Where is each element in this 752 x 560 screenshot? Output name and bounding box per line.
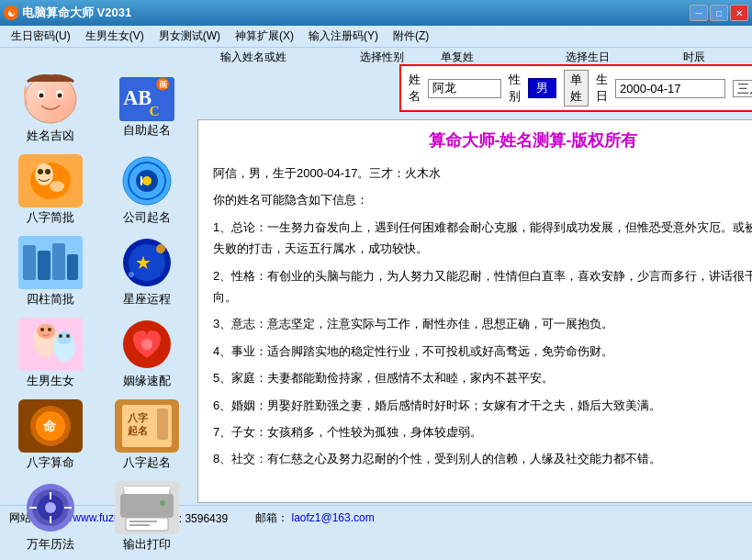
- svg-point-14: [45, 169, 51, 174]
- 8char-name-label: 八字起名: [123, 454, 171, 471]
- window-controls: ─ □ ✕: [690, 5, 748, 21]
- svg-point-33: [37, 324, 55, 339]
- menu-birthday-password[interactable]: 生日密码(U): [4, 27, 78, 46]
- star-luck-label: 星座运程: [123, 291, 171, 308]
- header-labels: 输入姓名或姓 选择性别 单复姓 选择生日 时辰: [0, 48, 752, 64]
- title-bar: ☯ 电脑算命大师 V2031 ─ □ ✕: [0, 0, 752, 26]
- print-icon: [114, 480, 180, 535]
- star-luck-icon: ★: [114, 235, 180, 290]
- menu-appendix[interactable]: 附件(Z): [386, 27, 436, 46]
- name-fortune-icon: [17, 72, 84, 127]
- name-input[interactable]: [428, 79, 501, 98]
- input-name-label: 输入姓名或姓: [220, 50, 286, 65]
- svg-point-37: [57, 331, 72, 344]
- svg-point-34: [40, 328, 44, 331]
- sidebar-item-print[interactable]: 输出打印: [100, 476, 195, 556]
- sidebar-item-name-fortune[interactable]: 姓名吉凶: [4, 68, 98, 148]
- lunar-date-select[interactable]: 三月十三: [733, 80, 752, 97]
- 8char-name-icon: 八字 起名: [114, 398, 180, 454]
- content-scroll[interactable]: 算命大师-姓名测算-版权所有 阿信，男，生于2000-04-17。三才：火木水 …: [198, 120, 752, 502]
- svg-point-41: [141, 339, 152, 350]
- sidebar-item-8char-fortune[interactable]: 命 八字算命: [4, 395, 98, 475]
- svg-point-38: [59, 334, 62, 338]
- content-para-4: 3、意志：意志坚定，注意实际与工作，耐性亦佳，思想正确，可一展抱负。: [213, 313, 752, 334]
- svg-point-30: [129, 272, 134, 277]
- svg-rect-23: [38, 251, 51, 280]
- menu-register[interactable]: 输入注册码(Y): [301, 27, 386, 46]
- email-value[interactable]: laofz1@163.com: [291, 511, 374, 524]
- svg-point-0: [25, 75, 76, 123]
- svg-rect-22: [23, 245, 36, 280]
- 4pillar-batch-icon: [17, 235, 84, 290]
- window-title: 电脑算命大师 V2031: [22, 5, 131, 21]
- gender-field-label: 性别: [509, 72, 521, 105]
- svg-text:C: C: [149, 103, 159, 118]
- svg-point-13: [38, 169, 43, 174]
- svg-rect-24: [52, 243, 65, 280]
- birthday-field-label: 生日: [596, 72, 608, 105]
- svg-rect-65: [129, 524, 150, 526]
- svg-point-3: [39, 94, 44, 98]
- svg-point-35: [48, 328, 51, 331]
- svg-text:★: ★: [135, 252, 152, 273]
- fate-match-label: 姻缘速配: [123, 373, 171, 389]
- single-double-button[interactable]: 单姓: [564, 70, 589, 106]
- menu-divine-expand[interactable]: 神算扩展(X): [228, 27, 301, 46]
- print-label: 输出打印: [123, 536, 171, 553]
- menu-male-female[interactable]: 生男生女(V): [78, 27, 152, 46]
- 4pillar-batch-label: 四柱简批: [27, 291, 74, 308]
- single-double-label: 单复姓: [441, 50, 474, 65]
- content-para-6: 5、家庭：夫妻都能勤俭持家，但感情不太和睦，家内不甚平安。: [213, 367, 752, 388]
- sidebar: 姓名吉凶 AB C 画 自助起名: [0, 64, 197, 505]
- sidebar-item-auto-name[interactable]: AB C 画 自助起名: [100, 68, 195, 148]
- content-area: 算命大师-姓名测算-版权所有 阿信，男，生于2000-04-17。三才：火木水 …: [197, 119, 752, 503]
- email-section: 邮箱： laofz1@163.com: [255, 510, 375, 526]
- sidebar-item-company-name[interactable]: K 公司起名: [100, 150, 195, 230]
- svg-rect-56: [50, 516, 51, 523]
- maximize-button[interactable]: □: [710, 5, 728, 21]
- content-title: 算命大师-姓名测算-版权所有: [213, 129, 752, 151]
- svg-text:八字: 八字: [127, 412, 148, 423]
- svg-rect-57: [29, 507, 37, 509]
- name-fortune-label: 姓名吉凶: [27, 128, 74, 144]
- content-para-8: 7、子女：女孩稍多，个性较为孤独，身体较虚弱。: [213, 421, 752, 442]
- calendar-icon: [17, 480, 84, 535]
- sidebar-item-star-luck[interactable]: ★ 星座运程: [100, 231, 195, 311]
- content-para-0: 阿信，男，生于2000-04-17。三才：火木水: [213, 162, 752, 184]
- 8char-batch-icon: [17, 153, 84, 208]
- content-para-9: 8、社交：有仁慈之心及努力忍耐的个性，受到别人的信赖，人缘及社交能力都不错。: [213, 448, 752, 469]
- name-input-area: 姓名 性别 男 单姓 生日 三月十三 ▲ ▼: [399, 64, 752, 112]
- sidebar-item-8char-batch[interactable]: 八字简批: [4, 150, 98, 230]
- menu-bar: 生日密码(U) 生男生女(V) 男女测试(W) 神算扩展(X) 输入注册码(Y)…: [0, 26, 752, 48]
- svg-rect-50: [157, 409, 168, 440]
- svg-point-15: [50, 181, 64, 192]
- sidebar-item-fate-match[interactable]: 姻缘速配: [100, 313, 195, 393]
- svg-text:AB: AB: [123, 86, 152, 109]
- name-field-label: 姓名: [409, 72, 421, 105]
- sidebar-item-8char-name[interactable]: 八字 起名 八字起名: [100, 395, 195, 475]
- gender-button[interactable]: 男: [528, 78, 556, 98]
- close-button[interactable]: ✕: [730, 5, 748, 21]
- minimize-button[interactable]: ─: [690, 5, 708, 21]
- svg-point-12: [35, 163, 53, 185]
- auto-name-label: 自助起名: [123, 122, 171, 139]
- 8char-fortune-icon: 命: [17, 398, 84, 454]
- auto-name-icon: AB C 画: [119, 77, 174, 121]
- content-para-3: 2、性格：有创业的头脑与能力，为人努力又能忍耐，性情但白直率，喜欢安静，少言而多…: [213, 265, 752, 308]
- date-input[interactable]: [615, 79, 725, 98]
- svg-rect-58: [64, 507, 72, 509]
- svg-text:命: 命: [43, 419, 57, 433]
- fate-match-icon: [114, 317, 180, 372]
- menu-male-female-test[interactable]: 男女测试(W): [152, 27, 228, 46]
- svg-rect-62: [124, 487, 170, 490]
- company-name-icon: K: [114, 153, 180, 208]
- time-label: 时辰: [683, 50, 705, 65]
- sidebar-item-baby-gender[interactable]: 生男生女: [4, 313, 98, 393]
- svg-point-39: [66, 334, 70, 338]
- sidebar-item-4pillar-batch[interactable]: 四柱简批: [4, 231, 98, 311]
- svg-text:画: 画: [159, 80, 167, 89]
- 8char-batch-label: 八字简批: [27, 209, 74, 226]
- svg-rect-25: [67, 254, 78, 280]
- select-birthday-label: 选择生日: [566, 50, 610, 65]
- content-body: 阿信，男，生于2000-04-17。三才：火木水 你的姓名可能隐含如下信息： 1…: [213, 162, 752, 470]
